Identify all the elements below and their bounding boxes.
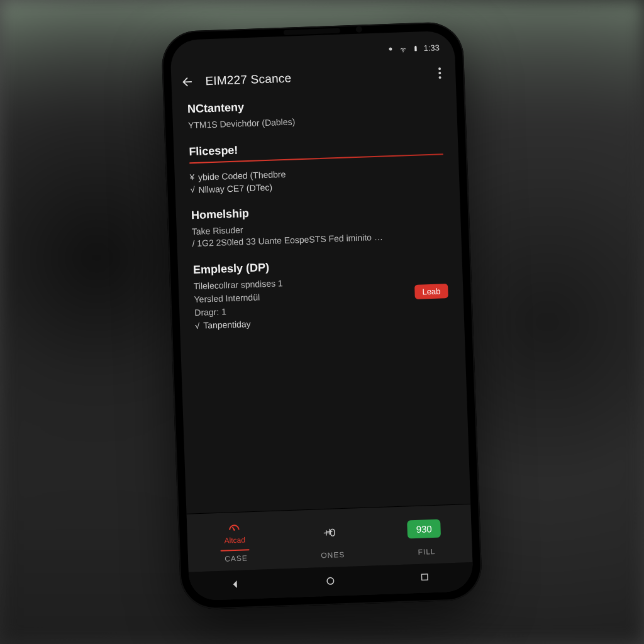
- leab-badge[interactable]: Leab: [414, 284, 448, 299]
- content-scroll[interactable]: NCtanteny YTM1S Devichdor (Dables) Flice…: [172, 89, 471, 513]
- section-line: Yersled Interndül: [194, 291, 260, 306]
- tab-altcad[interactable]: Altcad: [187, 516, 283, 554]
- sub-label: CASE: [225, 553, 248, 563]
- section-emplesly[interactable]: Emplesly (DP) Tilelecollrar spndises 1 Y…: [193, 255, 450, 331]
- section-nctanteny[interactable]: NCtanteny YTM1S Devichdor (Dables): [187, 94, 442, 131]
- nav-recents-icon[interactable]: [419, 572, 433, 585]
- app-title: EIM227 Scance: [205, 67, 422, 88]
- settings-dot-icon: [386, 45, 394, 53]
- back-arrow-icon[interactable]: [180, 75, 194, 89]
- active-tab-underline: [221, 549, 250, 552]
- section-homelship[interactable]: Homelship Take Risuder / 1G2 2S0led 33 U…: [191, 200, 447, 250]
- section-flicespe[interactable]: Flicespe! ybide Coded (Thedbre Nllway CE…: [189, 136, 445, 195]
- sub-label: ONES: [321, 550, 345, 560]
- value-pill: 930: [407, 519, 441, 538]
- svg-point-0: [389, 47, 392, 50]
- screen: 1:33 EIM227 Scance NCtanteny YTM1S Devic…: [170, 30, 474, 601]
- gauge-icon: [227, 519, 242, 534]
- list-item-label: ybide Coded (Thedbre: [198, 169, 286, 182]
- tab-label: +0: [323, 526, 336, 540]
- battery-icon: [411, 43, 419, 52]
- list-item-label: Nllway CE7 (DTec): [198, 182, 272, 195]
- bottom-tab-strip: Altcad ＋ +0 930 CASE ONES FILL: [187, 504, 473, 572]
- status-time: 1:33: [423, 43, 440, 53]
- nav-home-icon[interactable]: [325, 575, 338, 588]
- sub-label: FILL: [418, 547, 435, 557]
- phone-device-frame: 1:33 EIM227 Scance NCtanteny YTM1S Devic…: [161, 21, 483, 610]
- svg-point-2: [327, 577, 334, 584]
- tab-fill[interactable]: 930: [376, 509, 472, 548]
- wifi-icon: [398, 44, 407, 53]
- front-camera: [356, 26, 362, 32]
- nav-back-icon[interactable]: [230, 579, 243, 592]
- list-item-label: Tanpentiday: [203, 319, 251, 331]
- overflow-menu-icon[interactable]: [433, 66, 447, 80]
- tab-plus[interactable]: ＋ +0: [281, 513, 377, 551]
- svg-rect-3: [421, 574, 428, 580]
- tab-label: Altcad: [224, 535, 245, 545]
